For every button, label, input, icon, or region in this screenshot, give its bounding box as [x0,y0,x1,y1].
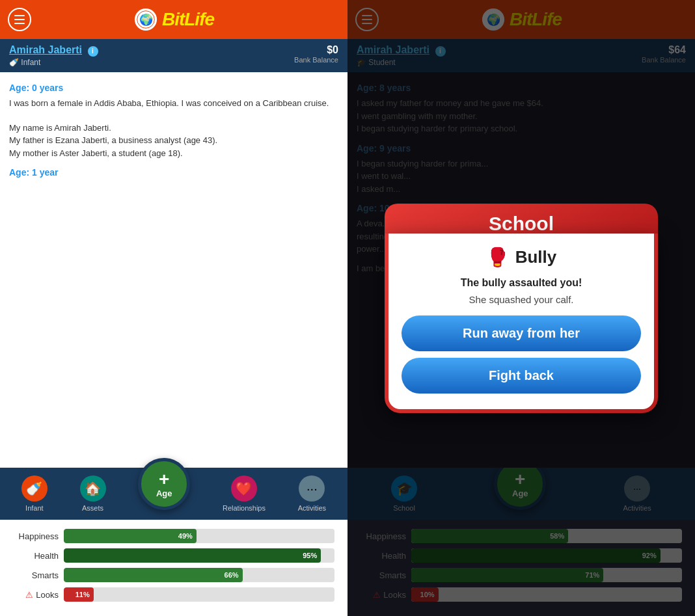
modal-actions: Run away from her Fight back [402,315,641,394]
left-stat-looks-label: ⚠ Looks [13,590,59,600]
left-char-info: Amirah Jaberti i 🍼 Infant [9,44,98,67]
activities-icon: ··· [299,475,325,502]
left-story-0b: My name is Amirah Jaberti.My father is E… [9,122,338,160]
left-bottom-nav: 🍼 Infant 🏠 Assets + Age ❤️ Relationships… [0,468,348,520]
left-stat-looks-bar: 11% [64,587,94,602]
left-nav-relationships[interactable]: ❤️ Relationships [223,475,266,512]
modal-sub: She squashed your calf. [402,294,641,305]
warning-icon-left: ⚠ [25,590,33,600]
left-stat-smarts: Smarts 66% [13,568,334,582]
left-nav-activities[interactable]: ··· Activities [298,475,326,512]
left-nav-assets-label: Assets [82,504,103,512]
left-stat-happiness: Happiness 49% [13,529,334,543]
assets-icon: 🏠 [80,475,106,502]
left-stats-area: Happiness 49% Health 95% Smarts 66% [0,520,348,616]
left-story-area: Age: 0 years I was born a female in Addi… [0,72,348,468]
bitlife-logo-text: BitLife [162,9,214,30]
left-balance-amount: $0 [294,44,338,56]
left-char-bar: Amirah Jaberti i 🍼 Infant $0 Bank Balanc… [0,39,348,72]
modal-overlay: School 🥊 Bully The bully assaulted you! … [348,0,695,616]
infant-icon: 🍼 [21,475,48,502]
left-stat-happiness-label: Happiness [13,531,59,541]
fight-back-button[interactable]: Fight back [402,358,641,394]
left-header: 🌍 BitLife [0,0,348,39]
modal-title-row: 🥊 Bully [402,247,641,268]
modal-section-title: School [489,213,554,234]
left-nav-activities-label: Activities [298,504,326,512]
left-char-info-icon[interactable]: i [88,46,98,57]
hamburger-icon [14,15,25,24]
left-stat-health-bar: 95% [64,548,321,563]
left-stat-health: Health 95% [13,548,334,563]
left-stat-smarts-bar: 66% [64,568,243,582]
relationships-icon: ❤️ [231,475,257,502]
left-age-btn-container: + Age [138,458,190,510]
left-nav-relationships-label: Relationships [223,504,266,512]
left-char-name-row: Amirah Jaberti i [9,44,98,57]
modal-title: Bully [515,247,557,267]
run-away-button[interactable]: Run away from her [402,315,641,351]
left-stat-looks: ⚠ Looks 11% [13,587,334,602]
left-stat-happiness-bar: 49% [64,529,197,543]
left-stat-health-label: Health [13,551,59,561]
left-story-0: I was born a female in Addis Ababa, Ethi… [9,97,338,110]
left-balance-label: Bank Balance [294,56,338,64]
left-char-name[interactable]: Amirah Jaberti [9,44,82,55]
modal-card: 🥊 Bully The bully assaulted you! She squ… [385,234,658,413]
left-logo: 🌍 BitLife [133,7,214,32]
left-age-1: Age: 1 year [9,167,338,178]
right-panel: 🌍 BitLife Amirah Jaberti i 🎓 Student $64… [348,0,695,616]
left-nav-assets[interactable]: 🏠 Assets [80,475,106,512]
left-stat-health-bar-bg: 95% [64,548,334,563]
left-char-stage: 🍼 Infant [9,58,98,67]
left-stat-smarts-label: Smarts [13,570,59,580]
bitlife-logo-icon: 🌍 [133,7,158,32]
left-stat-looks-bar-bg: 11% [64,587,334,602]
left-age-button[interactable]: + Age [138,458,190,510]
modal-desc: The bully assaulted you! [402,277,641,289]
left-nav-infant[interactable]: 🍼 Infant [21,475,48,512]
left-balance-section: $0 Bank Balance [294,44,338,64]
left-menu-button[interactable] [8,8,31,31]
modal-inner: 🥊 Bully The bully assaulted you! She squ… [388,234,654,409]
left-stat-happiness-bar-bg: 49% [64,529,334,543]
left-age-0: Age: 0 years [9,83,338,93]
modal-icon: 🥊 [486,247,509,268]
left-nav-infant-label: Infant [25,504,44,512]
left-panel: 🌍 BitLife Amirah Jaberti i 🍼 Infant $0 B… [0,0,348,616]
left-stat-smarts-bar-bg: 66% [64,568,334,582]
svg-text:🌍: 🌍 [139,13,153,27]
